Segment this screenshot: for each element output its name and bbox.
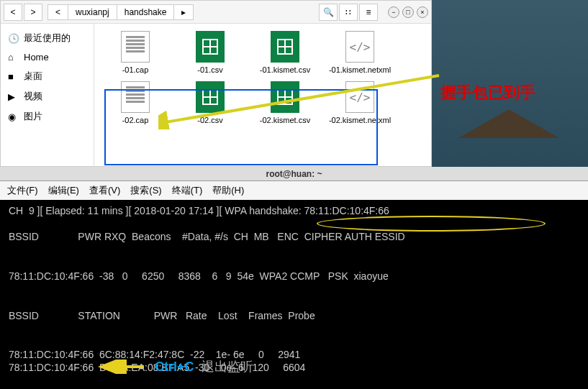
file-item[interactable]: </>-02.kismet.netxml [326,81,394,124]
sidebar-label: 最近使用的 [24,32,71,45]
sidebar-label: 视频 [24,90,42,103]
desktop-icon: ■ [8,71,18,82]
file-item[interactable]: -02.csv [176,81,244,124]
annotation-text: 握手包已到手 [440,82,535,104]
file-item[interactable]: -02.kismet.csv [251,81,319,124]
output-line: CH 9 ][ Elapsed: 11 mins ][ 2018-01-20 1… [6,204,582,217]
menu-terminal[interactable]: 终端(T) [172,184,203,197]
file-manager-window: < > < wuxianpj handshake ▸ 🔍 ∷ ≡ − □ × 🕓… [0,0,432,167]
home-icon: ⌂ [8,52,18,63]
document-icon [121,81,150,113]
file-item[interactable]: -01.kismet.csv [251,31,319,74]
sidebar-item-recent[interactable]: 🕓最近使用的 [1,28,94,48]
terminal-window: root@huan: ~ 文件(F) 编辑(E) 查看(V) 搜索(S) 终端(… [0,167,588,389]
file-name: -01.csv [176,65,244,74]
spreadsheet-icon [196,31,225,63]
menu-edit[interactable]: 编辑(E) [48,184,79,197]
terminal-output[interactable]: CH 9 ][ Elapsed: 11 mins ][ 2018-01-20 1… [0,200,588,389]
sidebar-item-home[interactable]: ⌂Home [1,48,94,66]
sidebar: 🕓最近使用的 ⌂Home ■桌面 ▶视频 ◉图片 [1,24,94,168]
spreadsheet-icon [196,81,225,113]
search-button[interactable]: 🔍 [319,4,338,21]
file-name: -01.kismet.csv [251,65,319,74]
file-name: -01.kismet.netxml [326,65,394,74]
video-icon: ▶ [8,91,18,102]
file-item[interactable]: -01.csv [176,31,244,74]
back-button[interactable]: < [4,4,22,21]
close-button[interactable]: × [417,6,428,18]
output-line: 78:11:DC:10:4F:66 -38 0 6250 8368 6 9 54… [6,270,582,283]
sidebar-label: Home [24,52,49,63]
file-item[interactable]: -02.cap [101,81,169,124]
file-name: -02.cap [101,116,169,124]
file-item[interactable]: -01.cap [101,31,169,74]
sidebar-label: 桌面 [24,70,42,83]
image-icon: ◉ [8,111,18,122]
view-list-button[interactable]: ∷ [339,4,358,21]
output-line: BSSID STATION PWR Rate Lost Frames Probe [6,309,582,322]
sidebar-item-desktop[interactable]: ■桌面 [1,66,94,86]
sidebar-item-pictures[interactable]: ◉图片 [1,106,94,127]
terminal-title: root@huan: ~ [0,167,588,181]
document-icon [121,31,150,63]
sidebar-label: 图片 [24,110,42,123]
output-line: BSSID PWR RXQ Beacons #Data, #/s CH MB E… [6,230,582,243]
breadcrumb-item[interactable]: handshake [117,4,175,20]
minimize-button[interactable]: − [388,6,399,18]
menu-view[interactable]: 查看(V) [89,184,120,197]
menu-search[interactable]: 搜索(S) [130,184,161,197]
file-view: -01.cap -01.csv -01.kismet.csv </>-01.ki… [94,24,431,168]
xml-icon: </> [345,31,374,63]
output-line: 78:11:DC:10:4F:66 BC:3A:EA:08:BF:A5 -30 … [6,361,582,374]
breadcrumb-item[interactable]: wuxianpj [68,4,117,20]
maximize-button[interactable]: □ [402,6,414,18]
menu-bar: 文件(F) 编辑(E) 查看(V) 搜索(S) 终端(T) 帮助(H) [0,181,588,200]
clock-icon: 🕓 [8,33,18,44]
breadcrumb-item[interactable]: ▸ [173,4,194,20]
file-item[interactable]: </>-01.kismet.netxml [326,31,394,74]
forward-button[interactable]: > [24,4,42,21]
toolbar: < > < wuxianpj handshake ▸ 🔍 ∷ ≡ − □ × [1,1,431,24]
menu-help[interactable]: 帮助(H) [212,184,244,197]
menu-button[interactable]: ≡ [359,4,378,21]
file-name: -02.kismet.netxml [326,116,394,124]
output-line: 78:11:DC:10:4F:66 6C:88:14:F2:47:8C -22 … [6,348,582,361]
breadcrumb: < wuxianpj handshake ▸ [48,4,317,20]
spreadsheet-icon [271,81,299,113]
file-name: -01.cap [101,65,169,74]
menu-file[interactable]: 文件(F) [7,184,38,197]
file-name: -02.kismet.csv [251,116,319,124]
file-name: -02.csv [176,116,244,124]
sidebar-item-videos[interactable]: ▶视频 [1,86,94,106]
breadcrumb-item[interactable]: < [48,4,68,20]
xml-icon: </> [345,81,374,113]
spreadsheet-icon [271,31,299,63]
